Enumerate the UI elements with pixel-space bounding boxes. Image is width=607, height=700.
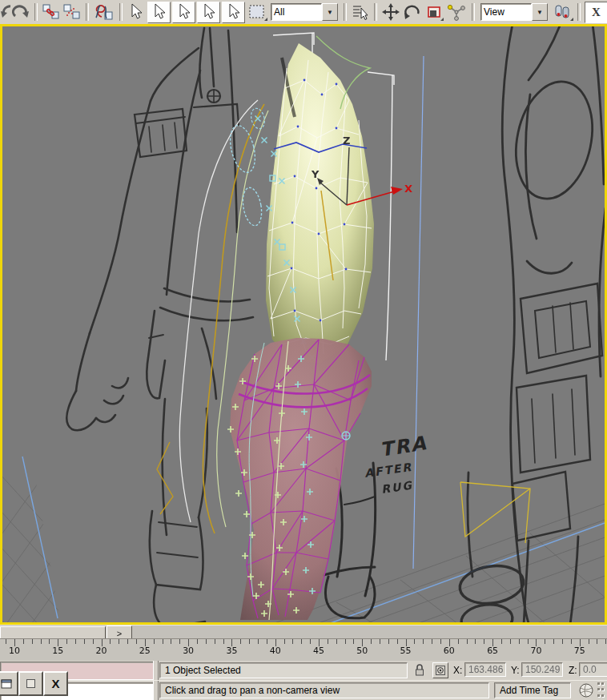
add-time-tag-field[interactable]: Add Time Tag: [494, 682, 571, 698]
ruler-tick: [423, 639, 424, 644]
rect-selection-region-icon[interactable]: [246, 2, 268, 22]
3dsmax-window: All ▼ View ▼ X: [0, 0, 607, 700]
x-coord-field[interactable]: 163.486: [464, 662, 506, 677]
x-coord-label: X:: [453, 665, 462, 676]
panel-splitter[interactable]: [153, 681, 159, 700]
select-arrow-button[interactable]: [197, 2, 220, 23]
ruler-tick: [110, 639, 111, 644]
z-coord-field[interactable]: 0.0: [579, 662, 607, 677]
ruler-tick: [571, 639, 572, 644]
ruler-tick: [206, 639, 207, 644]
selection-filter-value: All: [271, 3, 322, 21]
dropdown-arrow-icon[interactable]: ▼: [532, 3, 548, 21]
panel-grip[interactable]: [597, 682, 605, 698]
ruler-tick: [475, 639, 476, 644]
selection-filter-dropdown[interactable]: All ▼: [271, 3, 338, 21]
ruler-tick: [171, 639, 171, 644]
ruler-tick: [49, 639, 50, 644]
ruler-tick: [553, 639, 554, 644]
selection-lock-icon[interactable]: [413, 663, 426, 681]
dropdown-arrow-icon[interactable]: ▼: [322, 3, 338, 21]
z-coord-label: Z:: [569, 665, 577, 676]
ruler-tick: [501, 639, 502, 644]
ruler-tick: [6, 639, 6, 644]
select-arrow-button[interactable]: [147, 2, 171, 23]
panel-splitter[interactable]: [153, 661, 159, 680]
toolbar-separator: [577, 3, 581, 21]
ruler-label: 65: [487, 646, 498, 656]
ruler-tick: [353, 639, 354, 644]
ruler-tick: [179, 639, 180, 644]
ruler-label: 10: [9, 646, 20, 656]
select-manipulate-icon[interactable]: [444, 2, 468, 22]
ruler-label: 40: [270, 646, 281, 656]
ruler-tick: [510, 639, 511, 644]
ruler-tick: [414, 639, 415, 644]
ruler-tick: [397, 639, 398, 644]
ruler-tick: [284, 639, 285, 644]
ruler-tick: [458, 639, 459, 644]
select-by-name-icon[interactable]: [350, 2, 371, 22]
undo-icon[interactable]: [0, 2, 10, 22]
select-rotate-icon[interactable]: [401, 2, 424, 22]
ruler-tick: [328, 639, 328, 644]
axis-x-label: X: [592, 6, 601, 19]
ruler-tick: [545, 639, 545, 644]
ruler-tick: [197, 639, 198, 644]
ruler-tick: [467, 639, 468, 644]
ruler-tick: [371, 639, 372, 644]
listener-window-button[interactable]: [0, 671, 18, 696]
ruler-tick: [84, 639, 85, 644]
timeline-ruler[interactable]: 1015202530354045505560657075: [0, 638, 607, 662]
listener-clear-button[interactable]: [18, 671, 43, 696]
select-object-icon[interactable]: [126, 2, 147, 22]
ruler-tick: [380, 639, 380, 644]
ruler-label: 15: [52, 646, 63, 656]
ruler-tick: [267, 639, 267, 644]
toolbar-separator: [119, 3, 123, 21]
use-pivot-center-icon[interactable]: [550, 2, 574, 22]
ruler-tick: [292, 639, 293, 644]
toolbar-separator: [472, 3, 475, 21]
y-coord-field[interactable]: 150.249: [521, 662, 563, 677]
bind-spacewarp-icon[interactable]: [92, 2, 116, 22]
ruler-label: 70: [530, 646, 541, 656]
ruler-tick: [136, 639, 137, 644]
ruler-label: 60: [444, 646, 455, 656]
ruler-tick: [93, 639, 94, 644]
ruler-label: 50: [356, 646, 368, 656]
axis-x-button[interactable]: X: [585, 2, 607, 23]
absolute-mode-button[interactable]: [432, 662, 448, 678]
communicator-ball-icon[interactable]: [578, 682, 594, 700]
coord-system-value: View: [480, 3, 532, 21]
listener-close-button[interactable]: X: [43, 671, 68, 696]
ruler-tick: [240, 639, 241, 644]
ruler-label: 75: [574, 646, 585, 656]
select-scale-icon[interactable]: [424, 2, 444, 22]
link-icon[interactable]: [41, 2, 62, 22]
ruler-tick: [154, 639, 155, 644]
perspective-viewport[interactable]: TRA AFTER RUG: [0, 24, 607, 625]
track-bar[interactable]: >: [0, 625, 607, 639]
toolbar-separator: [34, 3, 38, 21]
gizmo-z-label: Z: [343, 135, 350, 147]
select-arrow-button[interactable]: [172, 2, 195, 23]
ruler-tick: [484, 639, 484, 644]
select-move-icon[interactable]: [380, 2, 401, 22]
toolbar-separator: [344, 3, 347, 21]
coord-system-dropdown[interactable]: View ▼: [480, 3, 548, 21]
prompt-field: Click and drag to pan a non-camera view: [159, 682, 489, 698]
ruler-tick: [310, 639, 311, 644]
redo-icon[interactable]: [10, 2, 31, 22]
unlink-icon[interactable]: [62, 2, 82, 22]
select-arrow-button[interactable]: [222, 2, 245, 23]
ruler-tick: [75, 639, 76, 644]
ruler-label: 55: [400, 646, 412, 656]
ruler-tick: [258, 639, 259, 644]
ruler-tick: [528, 639, 529, 644]
selection-status-field: 1 Object Selected: [159, 662, 408, 678]
ruler-tick: [562, 639, 563, 644]
ruler-label: 20: [96, 646, 107, 656]
ruler-tick: [345, 639, 346, 644]
ruler-tick: [223, 639, 224, 644]
